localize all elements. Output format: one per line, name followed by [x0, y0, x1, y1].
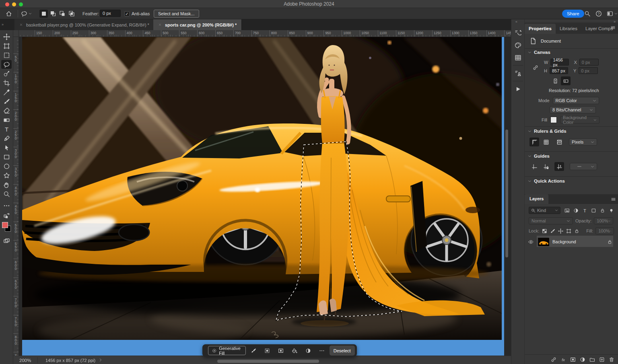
- workspace-button[interactable]: [607, 10, 613, 18]
- canvas-section-header[interactable]: Canvas: [528, 50, 550, 55]
- status-chevron-icon[interactable]: [99, 358, 103, 362]
- fill-bucket-button[interactable]: [289, 346, 300, 355]
- guide-style-select[interactable]: [570, 163, 597, 170]
- deselect-button[interactable]: Deselect: [330, 345, 355, 356]
- tool-eraser[interactable]: [1, 106, 12, 115]
- toggle-grid-button[interactable]: [541, 138, 551, 146]
- ruler-units-select[interactable]: Pixels: [569, 138, 597, 146]
- layer-mask-button[interactable]: [276, 346, 286, 355]
- lock-position-button[interactable]: [558, 228, 564, 234]
- tool-ellipse[interactable]: [1, 162, 12, 171]
- canvas-height-input[interactable]: 857 px: [550, 67, 568, 74]
- canvas-x-input[interactable]: 0 px: [579, 59, 599, 66]
- share-button[interactable]: Share: [562, 10, 584, 18]
- new-adjustment-button[interactable]: [303, 346, 313, 355]
- tool-move[interactable]: [1, 32, 12, 41]
- rulers-grids-section-header[interactable]: Rulers & Grids: [528, 129, 566, 134]
- toggle-rulers-button[interactable]: [529, 138, 539, 146]
- workspace-chevron[interactable]: [614, 10, 618, 18]
- panel-grid-button[interactable]: [513, 53, 523, 62]
- filter-lock-button[interactable]: [599, 208, 606, 214]
- filter-filter-toggle-button[interactable]: [608, 208, 614, 214]
- filter-image-button[interactable]: [564, 208, 570, 214]
- layer-group-button[interactable]: [589, 356, 595, 362]
- new-adjustment-button[interactable]: [579, 356, 585, 362]
- tool-type[interactable]: T: [1, 125, 12, 134]
- panel-history-button[interactable]: [513, 28, 523, 37]
- lock-guides-button[interactable]: [541, 162, 551, 171]
- link-dimensions-icon[interactable]: [533, 60, 538, 75]
- help-button[interactable]: ?: [595, 10, 602, 18]
- lock-all-button[interactable]: [574, 228, 580, 234]
- feather-input[interactable]: 0 px: [100, 10, 121, 17]
- lock-paint-button[interactable]: [550, 228, 556, 234]
- toggle-pixel-grid-button[interactable]: [554, 138, 564, 146]
- lock-artboard-button[interactable]: [566, 228, 572, 234]
- edit-toolbar-button[interactable]: [1, 201, 12, 210]
- swap-colors-button[interactable]: [1, 211, 12, 220]
- tool-frame[interactable]: [1, 41, 12, 50]
- panel-menu-icon[interactable]: [610, 25, 616, 30]
- tool-path-select[interactable]: [1, 143, 12, 152]
- select-brush-button[interactable]: [248, 346, 259, 355]
- guides-section-header[interactable]: Guides: [528, 154, 550, 158]
- layer-filter-select[interactable]: Kind: [529, 207, 560, 214]
- vertical-ruler[interactable]: 5010015020025030035040045050055060065070…: [13, 37, 19, 356]
- tool-pen[interactable]: [1, 134, 12, 143]
- tab-layers[interactable]: Layers: [525, 194, 548, 204]
- fill-select[interactable]: Background Color: [560, 116, 599, 123]
- canvas-image[interactable]: [22, 37, 504, 340]
- fill-color-swatch[interactable]: [550, 117, 557, 123]
- panel-color-button[interactable]: [513, 40, 523, 50]
- smart-guides-button[interactable]: [554, 162, 564, 171]
- tool-crop[interactable]: [1, 78, 12, 87]
- zoom-level[interactable]: 200%: [19, 358, 31, 363]
- document-tab-1[interactable]: basketball player.png @ 100% (Generative…: [14, 19, 154, 30]
- tool-brush[interactable]: [1, 97, 12, 106]
- document-tab-2[interactable]: sports car.png @ 200% (RGB/8#) *: [153, 19, 242, 30]
- delete-layer-button[interactable]: [608, 356, 614, 362]
- intersect-selection-button[interactable]: [67, 10, 76, 18]
- layer-mask-button[interactable]: [570, 356, 576, 362]
- tool-hand[interactable]: [1, 180, 12, 189]
- layer-thumbnail[interactable]: [538, 238, 549, 246]
- close-tab-icon[interactable]: [158, 23, 162, 27]
- ruler-origin-corner[interactable]: [13, 30, 19, 37]
- layer-effects-button[interactable]: fx: [560, 356, 566, 362]
- new-layer-button[interactable]: [599, 356, 605, 362]
- select-subject-button[interactable]: [262, 346, 272, 355]
- panel-clone-source-button[interactable]: [513, 68, 523, 78]
- new-selection-button[interactable]: [39, 10, 48, 18]
- opacity-input[interactable]: 100%: [594, 217, 613, 224]
- add-selection-button[interactable]: [49, 10, 57, 18]
- link-layers-button[interactable]: [550, 356, 556, 362]
- tool-lasso[interactable]: [1, 60, 12, 69]
- subtract-selection-button[interactable]: [58, 10, 66, 18]
- canvas-y-input[interactable]: 0 px: [579, 67, 598, 74]
- portrait-orientation-button[interactable]: [550, 76, 560, 85]
- layer-row-background[interactable]: Background: [525, 236, 618, 247]
- tool-zoom[interactable]: [1, 189, 12, 198]
- filter-type-button[interactable]: T: [582, 208, 588, 214]
- vertical-scrollbar[interactable]: [505, 130, 508, 257]
- blend-mode-select[interactable]: Normal: [529, 217, 573, 224]
- close-tab-icon[interactable]: [19, 23, 23, 27]
- filter-shape-button[interactable]: [591, 208, 597, 214]
- foreground-color-swatch[interactable]: [2, 222, 8, 228]
- bit-depth-select[interactable]: 8 Bits/Channel: [550, 106, 596, 113]
- screen-mode-button[interactable]: [1, 236, 12, 245]
- toggle-guides-button[interactable]: [529, 162, 539, 171]
- tool-rectangle[interactable]: [1, 152, 12, 161]
- fill-opacity-input[interactable]: 100%: [595, 227, 614, 234]
- horizontal-ruler[interactable]: 1502002503003504004505005506006507007508…: [13, 30, 511, 37]
- tool-custom-shape[interactable]: [1, 171, 12, 180]
- current-tool-button[interactable]: [21, 10, 32, 18]
- antialias-checkbox[interactable]: ✓: [124, 10, 130, 18]
- layer-visibility-toggle[interactable]: [528, 239, 534, 245]
- more-button[interactable]: [317, 346, 327, 355]
- select-and-mask-button[interactable]: Select and Mask...: [154, 10, 199, 18]
- generative-fill-button[interactable]: Generative Fill: [208, 346, 246, 355]
- tab-libraries[interactable]: Libraries: [556, 24, 581, 34]
- color-mode-select[interactable]: RGB Color: [553, 97, 599, 104]
- tool-gradient[interactable]: [1, 115, 12, 124]
